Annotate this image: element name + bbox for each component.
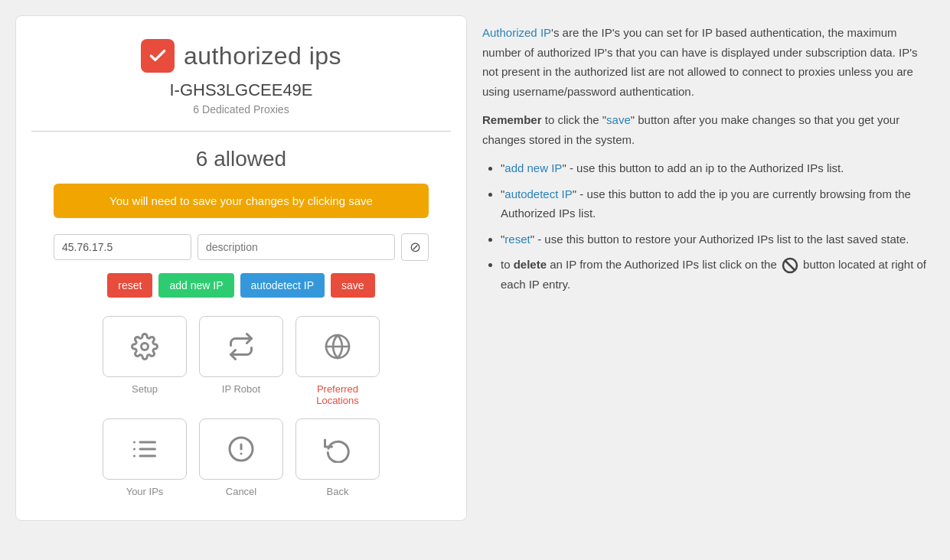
authorized-ip-link: Authorized IP bbox=[482, 26, 551, 39]
bullet-reset-key: reset bbox=[504, 233, 530, 246]
setup-label: Setup bbox=[132, 383, 158, 395]
add-new-ip-button[interactable]: add new IP bbox=[158, 273, 233, 298]
setup-box bbox=[103, 316, 187, 377]
right-panel: Authorized IP's are the IP's you can set… bbox=[482, 15, 935, 521]
nav-item-ip-robot[interactable]: IP Robot bbox=[199, 316, 283, 406]
nav-item-preferred-locations[interactable]: Preferred Locations bbox=[295, 316, 380, 406]
bullet-delete: to delete an IP from the Authorized IPs … bbox=[501, 255, 935, 294]
bullet-add-key: add new IP bbox=[504, 161, 562, 174]
save-notice[interactable]: You will need to save your changes by cl… bbox=[54, 184, 429, 218]
svg-point-0 bbox=[142, 343, 149, 350]
your-ips-label: Your IPs bbox=[126, 486, 164, 497]
preferred-locations-box bbox=[295, 316, 380, 377]
remember-text: Remember to click the "save" button afte… bbox=[482, 110, 935, 149]
nav-grid: Setup IP Robot bbox=[31, 316, 451, 497]
bullet-autodetect-key: autodetect IP bbox=[504, 187, 572, 200]
nav-item-your-ips[interactable]: Your IPs bbox=[103, 418, 187, 497]
description-input[interactable] bbox=[198, 234, 395, 260]
ip-robot-box bbox=[199, 316, 283, 377]
app-header: authorized ips bbox=[141, 39, 341, 73]
bullet-reset: "reset" - use this button to restore you… bbox=[501, 230, 935, 249]
preferred-locations-label: Preferred Locations bbox=[295, 383, 380, 406]
autodetect-button[interactable]: autodetect IP bbox=[240, 273, 325, 298]
ip-entry-row: ⊘ bbox=[54, 233, 429, 261]
cancel-box bbox=[199, 418, 283, 480]
account-id: I-GHS3LGCEE49E bbox=[169, 80, 312, 100]
back-label: Back bbox=[327, 486, 349, 497]
ip-robot-label: IP Robot bbox=[222, 383, 260, 395]
delete-icon: ⊘ bbox=[410, 239, 421, 256]
allowed-count: 6 allowed bbox=[196, 147, 286, 171]
back-box bbox=[295, 418, 380, 480]
bullet-delete-bold: delete bbox=[514, 258, 547, 271]
nav-item-back[interactable]: Back bbox=[295, 418, 380, 497]
reset-button[interactable]: reset bbox=[107, 273, 152, 298]
bullet-autodetect: "autodetect IP" - use this button to add… bbox=[501, 184, 935, 223]
remember-bold: Remember bbox=[482, 113, 542, 126]
ip-input[interactable] bbox=[54, 234, 191, 260]
cancel-label: Cancel bbox=[226, 486, 256, 497]
account-subtitle: 6 Dedicated Proxies bbox=[193, 103, 289, 116]
bullet-list: "add new IP" - use this button to add an… bbox=[482, 158, 935, 294]
intro-text: Authorized IP's are the IP's you can set… bbox=[482, 23, 935, 101]
block-icon bbox=[782, 257, 798, 274]
bullet-add: "add new IP" - use this button to add an… bbox=[501, 158, 935, 178]
delete-ip-button[interactable]: ⊘ bbox=[401, 233, 429, 261]
divider bbox=[31, 131, 451, 132]
nav-item-setup[interactable]: Setup bbox=[103, 316, 187, 406]
svg-line-13 bbox=[786, 262, 794, 269]
left-panel: authorized ips I-GHS3LGCEE49E 6 Dedicate… bbox=[15, 15, 467, 521]
save-button[interactable]: save bbox=[331, 273, 375, 298]
your-ips-box bbox=[103, 418, 187, 480]
app-icon bbox=[141, 39, 175, 73]
nav-item-cancel[interactable]: Cancel bbox=[199, 418, 283, 497]
save-link: save bbox=[606, 113, 631, 126]
app-title: authorized ips bbox=[184, 42, 341, 70]
page-container: authorized ips I-GHS3LGCEE49E 6 Dedicate… bbox=[15, 15, 935, 521]
action-buttons: reset add new IP autodetect IP save bbox=[107, 273, 374, 298]
